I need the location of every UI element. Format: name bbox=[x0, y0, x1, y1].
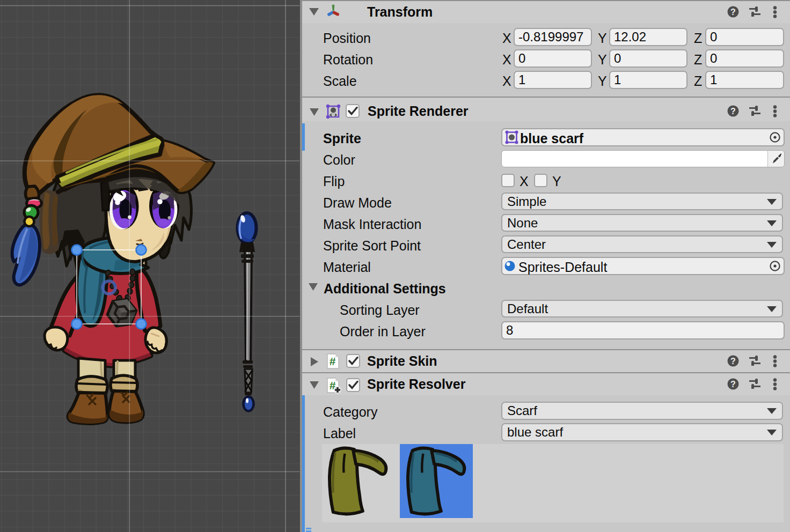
svg-text:#: # bbox=[330, 355, 336, 367]
svg-text:?: ? bbox=[730, 357, 736, 366]
svg-text:?: ? bbox=[730, 380, 736, 389]
svg-text:?: ? bbox=[730, 107, 736, 116]
svg-text:?: ? bbox=[730, 8, 736, 17]
